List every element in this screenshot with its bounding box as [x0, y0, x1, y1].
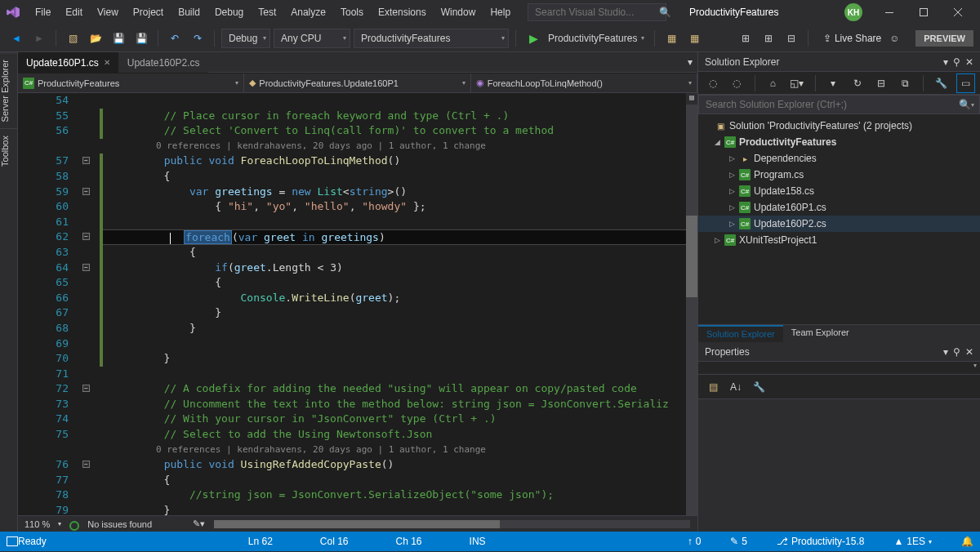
se-fwd-icon[interactable]: ◌ — [727, 73, 746, 93]
props-combo-icon[interactable]: ▾ — [973, 362, 977, 374]
code-line[interactable]: } — [103, 305, 697, 321]
code-line[interactable]: // Place cursor in foreach keyword and t… — [103, 109, 697, 124]
notifications-icon[interactable]: 🔔 — [961, 536, 973, 547]
code-line[interactable]: public void UsingRefAddedCopyPaste() — [103, 457, 697, 473]
left-tab-toolbox[interactable]: Toolbox — [0, 128, 18, 173]
panel-close-icon[interactable]: ✕ — [965, 56, 973, 68]
fold-toggle[interactable]: − — [82, 157, 90, 164]
file-tab[interactable]: Update160P2.cs — [119, 52, 209, 73]
fold-toggle[interactable]: − — [82, 233, 90, 240]
tool-icon-4[interactable]: ⊞ — [759, 29, 778, 48]
config-dropdown[interactable]: Debug — [221, 29, 270, 48]
left-tab-server-explorer[interactable]: Server Explorer — [0, 52, 18, 128]
menu-file[interactable]: File — [28, 3, 58, 21]
tree-project2-node[interactable]: ▷C#XUnitTestProject1 — [698, 232, 980, 248]
panel-tab[interactable]: Team Explorer — [783, 325, 858, 342]
tool-icon-5[interactable]: ⊟ — [782, 29, 801, 48]
code-line[interactable]: // Uncomment the text into the method be… — [103, 397, 697, 412]
fold-toggle[interactable]: − — [82, 188, 90, 195]
vertical-scrollbar[interactable]: ▤ — [686, 93, 697, 515]
props-cat-icon[interactable]: ▤ — [703, 377, 723, 397]
se-preview-icon[interactable]: ▭ — [956, 73, 975, 93]
code-line[interactable]: // With your cursor in "JsonConvert" typ… — [103, 412, 697, 427]
sb-ins[interactable]: INS — [470, 536, 486, 547]
menu-analyze[interactable]: Analyze — [283, 3, 333, 21]
live-share-button[interactable]: ⇪ Live Share — [823, 33, 881, 44]
code-line[interactable]: // Select to add the Using Newtonsoft.Js… — [103, 427, 697, 443]
code-line[interactable]: { — [103, 275, 697, 291]
code-line[interactable]: } — [103, 321, 697, 336]
open-icon[interactable]: 📂 — [86, 29, 105, 48]
properties-grid[interactable] — [698, 399, 980, 532]
code-line[interactable]: //string json = JsonConvert.SerializeObj… — [103, 487, 697, 503]
nav-back-button[interactable]: ◄ — [7, 29, 26, 48]
save-all-icon[interactable]: 💾 — [131, 29, 151, 48]
tree-item[interactable]: ▷▸Dependencies — [698, 150, 980, 167]
sb-app-icon[interactable] — [7, 536, 18, 546]
user-avatar[interactable]: KH — [844, 3, 862, 21]
menu-view[interactable]: View — [90, 3, 126, 21]
nav-scope-type[interactable]: ◆ProductivityFeatures.Update160P1 — [244, 73, 470, 92]
run-target-dropdown[interactable]: ProductivityFeatures — [541, 29, 648, 48]
code-line[interactable]: // A codefix for adding the needed "usin… — [103, 381, 697, 397]
tree-item[interactable]: ▷C#Program.cs — [698, 167, 980, 183]
sb-line[interactable]: Ln 62 — [248, 536, 273, 547]
menu-help[interactable]: Help — [483, 3, 518, 21]
tabs-overflow-icon[interactable]: ▾ — [688, 56, 693, 68]
startup-dropdown[interactable]: ProductivityFeatures — [354, 29, 509, 48]
menu-edit[interactable]: Edit — [58, 3, 90, 21]
zoom-level[interactable]: 110 % — [24, 519, 50, 529]
code-line[interactable]: // Select 'Convert to Linq(call form)' t… — [103, 123, 697, 139]
redo-icon[interactable]: ↷ — [188, 29, 207, 48]
tree-project-node[interactable]: ◢C#ProductivityFeatures — [698, 134, 980, 150]
horizontal-scrollbar[interactable] — [213, 519, 691, 529]
search-input[interactable] — [533, 6, 659, 19]
codelens[interactable]: 0 references | kendrahavens, 20 days ago… — [103, 139, 697, 154]
panel-dropdown-icon[interactable]: ▾ — [943, 56, 948, 68]
menu-build[interactable]: Build — [171, 3, 207, 21]
se-refresh-icon[interactable]: ↻ — [848, 73, 866, 93]
undo-icon[interactable]: ↶ — [165, 29, 185, 48]
char-indicator-icon[interactable]: ✎▾ — [193, 519, 205, 529]
code-line[interactable]: public void ForeachLoopToLinqMethod() — [103, 154, 697, 169]
tree-solution-node[interactable]: ▣Solution 'ProductivityFeatures' (2 proj… — [698, 118, 980, 134]
fold-toggle[interactable]: − — [82, 385, 90, 392]
minimize-button[interactable] — [872, 0, 906, 24]
solution-explorer-search[interactable]: 🔍▾ — [698, 95, 980, 114]
code-line[interactable]: } — [103, 351, 697, 367]
nav-scope-member[interactable]: ◉ForeachLoopToLinqMethod() — [471, 73, 697, 92]
fold-toggle[interactable]: − — [82, 461, 90, 468]
menu-project[interactable]: Project — [126, 3, 171, 21]
se-showall-icon[interactable]: ▾ — [824, 73, 843, 93]
code-editor[interactable]: 54555657−5859−606162−6364−65666768697071… — [18, 93, 697, 515]
menu-debug[interactable]: Debug — [207, 3, 251, 21]
code-line[interactable] — [103, 93, 697, 109]
props-wrench-icon[interactable]: 🔧 — [749, 377, 768, 397]
se-home-icon[interactable]: ⌂ — [764, 73, 782, 93]
maximize-button[interactable] — [906, 0, 941, 24]
menu-window[interactable]: Window — [434, 3, 483, 21]
code-line[interactable]: } — [103, 503, 697, 515]
menu-test[interactable]: Test — [251, 3, 283, 21]
save-icon[interactable]: 💾 — [109, 29, 128, 48]
menu-extensions[interactable]: Extensions — [371, 3, 434, 21]
sb-changes-count[interactable]: ✎5 — [730, 536, 747, 547]
code-body[interactable]: // Place cursor in foreach keyword and t… — [103, 93, 697, 515]
code-line[interactable]: Console.WriteLine(greet); — [103, 291, 697, 306]
tool-icon-1[interactable]: ▦ — [662, 29, 681, 48]
tree-item[interactable]: ▷C#Update160P2.cs — [698, 216, 980, 232]
sb-repo[interactable]: ▲1ES▾ — [893, 536, 932, 547]
code-line[interactable]: { — [103, 245, 697, 260]
close-icon[interactable]: ✕ — [104, 58, 110, 67]
sb-col[interactable]: Col 16 — [320, 536, 349, 547]
sb-branch[interactable]: ⎇Productivity-15.8 — [777, 536, 864, 547]
code-line[interactable]: { "hi", "yo", "hello", "howdy" }; — [103, 199, 697, 215]
props-dropdown-icon[interactable]: ▾ — [943, 346, 948, 358]
tree-item[interactable]: ▷C#Update160P1.cs — [698, 199, 980, 216]
start-debug-icon[interactable]: ▶ — [529, 32, 538, 45]
panel-tab[interactable]: Solution Explorer — [698, 325, 783, 342]
code-line[interactable]: foreach(var greet in greetings) — [103, 229, 697, 245]
fold-toggle[interactable]: − — [82, 264, 90, 271]
nav-scope-project[interactable]: C#ProductivityFeatures — [18, 73, 244, 92]
search-box[interactable]: 🔍 — [528, 3, 666, 21]
